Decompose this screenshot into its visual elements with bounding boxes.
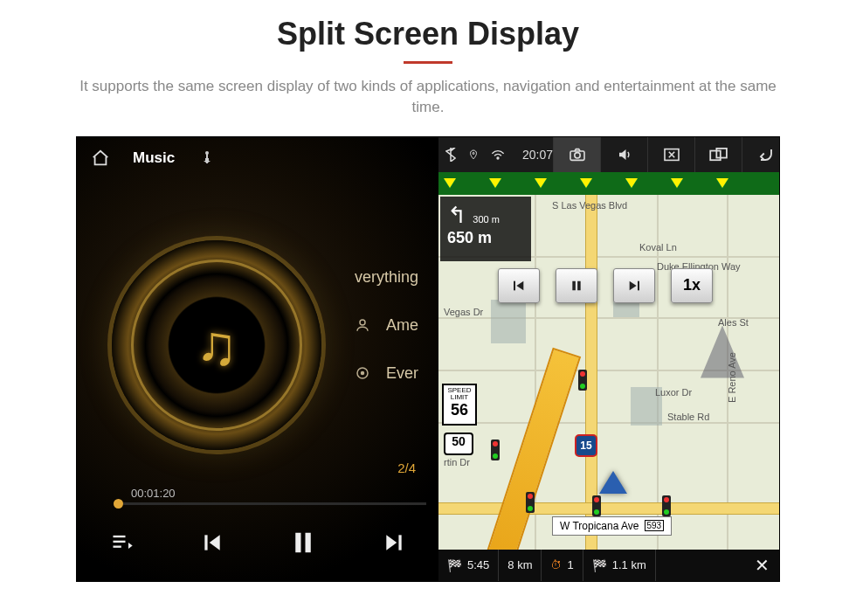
street-reno: E Reno Ave xyxy=(727,352,737,403)
prev-button[interactable] xyxy=(201,531,224,554)
progress-bar[interactable] xyxy=(114,502,426,505)
page-title: Split Screen Display xyxy=(0,16,856,52)
download-arrow-icon xyxy=(625,178,638,188)
volume-button[interactable] xyxy=(600,137,647,172)
street-stable: Stable Rd xyxy=(667,412,709,422)
svg-rect-17 xyxy=(710,150,721,160)
album-name: Ever xyxy=(386,364,418,383)
home-icon[interactable] xyxy=(91,149,110,168)
title-underline xyxy=(404,61,452,64)
speed-limit-value: 56 xyxy=(444,402,475,419)
svg-rect-19 xyxy=(514,280,515,290)
app-label: Music xyxy=(133,149,175,167)
download-arrow-icon xyxy=(671,178,683,188)
track-title-row: verything xyxy=(355,268,418,287)
svg-point-2 xyxy=(360,320,365,325)
artist-name: Ame xyxy=(386,316,418,335)
cost-value: 1 xyxy=(567,558,573,571)
speed-limit-label: SPEED LIMIT xyxy=(444,387,475,403)
flag-icon: 🏁 xyxy=(447,558,462,572)
svg-point-13 xyxy=(497,157,499,159)
download-banner xyxy=(438,172,779,195)
street-martin: rtin Dr xyxy=(444,457,470,467)
album-icon xyxy=(355,365,374,381)
street-luxor: Luxor Dr xyxy=(655,387,692,398)
street-slv: S Las Vegas Blvd xyxy=(552,200,627,211)
street-koval: Koval Ln xyxy=(639,242,677,253)
elapsed-time: 00:01:20 xyxy=(131,487,176,500)
turn-box: ↱ 300 m 650 m xyxy=(440,197,531,261)
current-street-num: 593 xyxy=(645,520,665,531)
track-title: verything xyxy=(355,268,418,287)
cost-segment: ⏱ 1 xyxy=(542,550,583,581)
route-shield: 50 xyxy=(444,433,473,455)
svg-rect-9 xyxy=(295,532,300,552)
turn-dist-big: 650 m xyxy=(447,229,524,247)
music-note-icon: ♫ xyxy=(196,313,238,377)
current-street-label: W Tropicana Ave xyxy=(560,520,639,532)
speed-value: 8 km xyxy=(507,558,532,571)
split-screen-button[interactable] xyxy=(694,137,742,172)
street-vegasdr: Vegas Dr xyxy=(444,307,483,317)
download-arrow-icon xyxy=(580,178,592,188)
map-panel: S Las Vegas Blvd Koval Ln Duke Ellington… xyxy=(438,137,779,581)
svg-point-12 xyxy=(473,152,474,154)
wifi-icon xyxy=(491,149,505,161)
sim-controls: 1x xyxy=(498,268,713,303)
subtitle: It supports the same screen display of t… xyxy=(70,76,786,118)
road-tropicana xyxy=(438,502,779,515)
svg-rect-6 xyxy=(114,540,126,542)
album-row: Ever xyxy=(355,364,418,383)
sim-prev-button[interactable] xyxy=(498,268,540,303)
current-street-box: W Tropicana Ave 593 xyxy=(552,516,672,536)
nav-close-button[interactable]: ✕ xyxy=(744,555,779,576)
flag-icon: 🏁 xyxy=(592,558,607,572)
svg-rect-20 xyxy=(572,280,576,290)
nav-footer: 🏁 5:45 8 km ⏱ 1 🏁 1.1 km ✕ xyxy=(438,550,779,581)
svg-rect-22 xyxy=(638,280,639,290)
next-button[interactable] xyxy=(383,531,405,554)
svg-rect-21 xyxy=(577,280,581,290)
svg-rect-10 xyxy=(306,532,311,552)
back-button[interactable] xyxy=(742,137,789,172)
track-count: 2/4 xyxy=(397,460,416,475)
download-arrow-icon xyxy=(535,178,547,188)
download-arrow-icon xyxy=(444,178,456,188)
usb-icon xyxy=(201,150,213,166)
speed-segment: 8 km xyxy=(499,550,542,581)
turn-arrow-icon: ↱ xyxy=(447,202,466,229)
artist-row: Ame xyxy=(355,316,418,335)
track-meta: verything Ame Ever xyxy=(355,268,418,383)
music-topbar: Music xyxy=(77,137,438,179)
sim-speed-button[interactable]: 1x xyxy=(671,268,713,303)
sim-next-button[interactable] xyxy=(613,268,655,303)
download-arrow-icon xyxy=(716,178,728,188)
speed-limit-sign: SPEED LIMIT 56 xyxy=(442,384,477,426)
playlist-button[interactable] xyxy=(110,530,135,555)
street-ales: Ales St xyxy=(718,317,749,328)
dist-segment: 🏁 1.1 km xyxy=(583,550,656,581)
dist-value: 1.1 km xyxy=(612,558,646,571)
pause-button[interactable] xyxy=(290,528,316,557)
svg-rect-18 xyxy=(716,148,727,157)
fuel-icon: ⏱ xyxy=(550,558,562,571)
artist-icon xyxy=(355,317,374,333)
interstate-shield: 15 xyxy=(575,434,597,457)
screenshot-button[interactable] xyxy=(553,137,600,172)
svg-rect-8 xyxy=(204,535,207,550)
clock: 20:07 xyxy=(522,148,553,162)
svg-rect-7 xyxy=(114,545,121,547)
eta-segment: 🏁 5:45 xyxy=(438,550,499,581)
device-frame: Music ♫ verything Ame Ever xyxy=(77,137,779,581)
location-icon xyxy=(468,148,479,162)
album-art: ♫ xyxy=(112,240,321,450)
close-app-button[interactable] xyxy=(647,137,694,172)
svg-rect-11 xyxy=(398,535,401,550)
progress-thumb[interactable] xyxy=(114,499,123,509)
turn-dist-small: 300 m xyxy=(473,214,500,225)
nav-cursor-icon xyxy=(599,471,627,494)
sim-pause-button[interactable] xyxy=(556,268,597,303)
bluetooth-icon xyxy=(445,148,456,162)
music-panel: Music ♫ verything Ame Ever xyxy=(77,137,438,581)
svg-point-15 xyxy=(574,152,579,157)
